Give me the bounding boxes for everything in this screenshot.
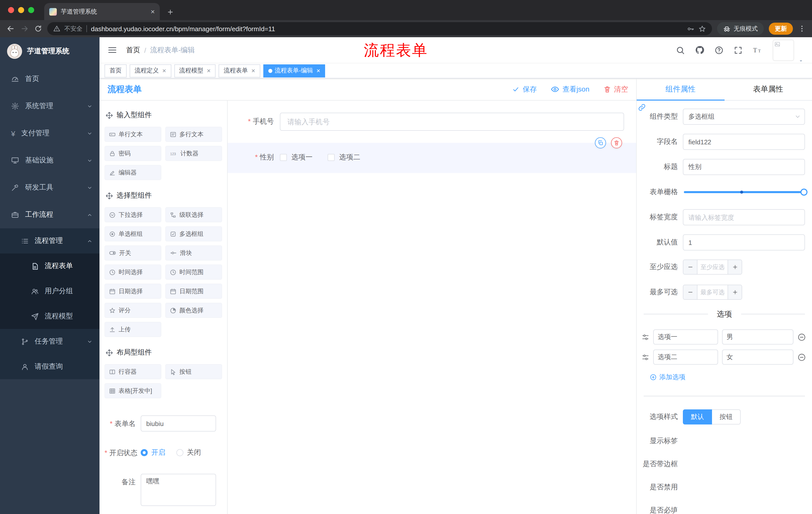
tag-home[interactable]: 首页 <box>105 64 127 77</box>
option-label-input[interactable] <box>653 329 718 345</box>
sidebar-item-payment-mgmt[interactable]: ¥ 支付管理 <box>0 120 99 147</box>
app-logo[interactable]: 芋道管理系统 <box>0 37 99 65</box>
palette-item-cascader[interactable]: 级联选择 <box>165 207 222 222</box>
checkbox-box[interactable] <box>328 154 335 161</box>
reload-icon[interactable] <box>34 25 42 33</box>
tag-close-icon[interactable]: × <box>251 67 255 74</box>
tag-close-icon[interactable]: × <box>317 67 320 74</box>
password-key-icon[interactable] <box>687 25 694 32</box>
sidebar-item-system-mgmt[interactable]: 系统管理 <box>0 92 99 120</box>
avatar[interactable] <box>773 39 794 61</box>
tune-drag-icon[interactable] <box>642 353 649 361</box>
breadcrumb-home[interactable]: 首页 <box>126 46 140 55</box>
window-minimize-button[interactable] <box>18 7 24 13</box>
canvas-field-phone[interactable]: 手机号 <box>228 113 636 131</box>
update-button[interactable]: 更新 <box>769 23 793 35</box>
label-width-input[interactable] <box>683 209 805 225</box>
palette-item-radio-group[interactable]: 单选框组 <box>105 226 161 241</box>
tag-process-form[interactable]: 流程表单× <box>219 64 260 77</box>
grid-slider[interactable] <box>684 191 804 193</box>
canvas-field-gender-selected[interactable]: 性别 选项一 选项二 <box>228 143 636 173</box>
component-type-select[interactable] <box>683 109 805 125</box>
option-style-default-button[interactable]: 默认 <box>683 409 712 425</box>
form-remark-input[interactable]: 嘿嘿 <box>141 474 216 506</box>
forward-icon[interactable] <box>20 24 29 33</box>
fullscreen-icon[interactable] <box>734 46 743 55</box>
sidebar-item-workflow[interactable]: 工作流程 <box>0 201 99 228</box>
palette-item-dropdown[interactable]: 下拉选择 <box>105 207 161 222</box>
checkbox-box[interactable] <box>280 154 287 161</box>
palette-item-rate[interactable]: 评分 <box>105 303 161 318</box>
avatar-caret-icon[interactable] <box>798 58 804 64</box>
gender-option-2[interactable]: 选项二 <box>328 153 360 162</box>
tag-close-icon[interactable]: × <box>162 67 166 74</box>
browser-tab[interactable]: 芋道管理系统 × <box>44 3 160 20</box>
min-select-value[interactable]: 至少应选 <box>697 260 728 274</box>
sidebar-item-process-mgmt[interactable]: 流程管理 <box>0 228 99 253</box>
hamburger-icon[interactable] <box>108 45 117 55</box>
default-value-input[interactable] <box>683 234 805 250</box>
chain-link-icon[interactable] <box>638 104 646 111</box>
option-label-input[interactable] <box>653 350 718 364</box>
clear-button[interactable]: 清空 <box>604 85 628 94</box>
palette-item-button[interactable]: 按钮 <box>165 364 222 379</box>
back-icon[interactable] <box>6 24 15 33</box>
palette-item-multiline-text[interactable]: 多行文本 <box>165 127 222 142</box>
bookmark-star-icon[interactable] <box>698 25 706 32</box>
address-bar[interactable]: 不安全 dashboard.yudao.iocoder.cn/bpm/manag… <box>47 22 712 35</box>
palette-item-table[interactable]: 表格[开发中] <box>105 383 161 398</box>
tag-process-model[interactable]: 流程模型× <box>174 64 215 77</box>
github-icon[interactable] <box>695 45 704 55</box>
palette-item-slider[interactable]: 滑块 <box>165 245 222 261</box>
status-radio-on[interactable]: 开启 <box>141 448 165 457</box>
palette-item-counter[interactable]: 计数器 <box>165 146 222 161</box>
option-value-input[interactable] <box>722 350 793 364</box>
sidebar-item-infrastructure[interactable]: 基础设施 <box>0 147 99 174</box>
sidebar-item-process-form[interactable]: 流程表单 <box>0 253 99 279</box>
form-name-input[interactable] <box>141 415 216 432</box>
sidebar-item-task-mgmt[interactable]: 任务管理 <box>0 329 99 354</box>
stepper-minus-button[interactable] <box>684 285 697 299</box>
window-zoom-button[interactable] <box>28 7 34 13</box>
palette-item-editor[interactable]: 编辑器 <box>105 165 161 180</box>
sidebar-item-dev-tools[interactable]: 研发工具 <box>0 174 99 201</box>
status-radio-off[interactable]: 关闭 <box>176 448 201 457</box>
phone-field-input[interactable] <box>280 113 624 131</box>
field-name-input[interactable] <box>683 134 805 150</box>
tab-component-props[interactable]: 组件属性 <box>637 78 724 100</box>
palette-item-switch[interactable]: 开关 <box>105 245 161 261</box>
palette-item-date-picker[interactable]: 日期选择 <box>105 283 161 299</box>
add-option-button[interactable]: 添加选项 <box>650 373 685 382</box>
help-icon[interactable] <box>715 46 724 55</box>
max-select-value[interactable]: 最多可选 <box>697 285 728 299</box>
option-value-input[interactable] <box>722 329 793 345</box>
tab-close-icon[interactable]: × <box>151 7 155 16</box>
sidebar-item-user-groups[interactable]: 用户分组 <box>0 279 99 304</box>
new-tab-button[interactable] <box>164 5 177 19</box>
palette-item-color-picker[interactable]: 颜色选择 <box>165 303 222 318</box>
remove-option-icon[interactable] <box>798 353 806 361</box>
palette-item-time-picker[interactable]: 时间选择 <box>105 265 161 280</box>
tag-process-form-edit[interactable]: 流程表单-编辑× <box>263 64 325 77</box>
search-icon[interactable] <box>676 46 685 55</box>
tune-drag-icon[interactable] <box>642 333 649 341</box>
stepper-plus-button[interactable] <box>728 285 742 299</box>
view-json-button[interactable]: 查看json <box>551 85 589 94</box>
palette-item-time-range[interactable]: 时间范围 <box>165 265 222 280</box>
palette-item-date-range[interactable]: 日期范围 <box>165 283 222 299</box>
palette-item-checkbox-group[interactable]: 多选框组 <box>165 226 222 241</box>
stepper-minus-button[interactable] <box>684 260 697 274</box>
title-input[interactable] <box>683 159 805 175</box>
remove-option-icon[interactable] <box>798 333 806 341</box>
font-size-icon[interactable] <box>753 45 763 55</box>
security-warning-icon[interactable] <box>53 25 60 32</box>
browser-menu-icon[interactable] <box>798 25 806 33</box>
sidebar-item-leave-query[interactable]: 请假查询 <box>0 354 99 379</box>
option-style-button-button[interactable]: 按钮 <box>712 409 741 425</box>
palette-item-password[interactable]: 密码 <box>105 146 161 161</box>
save-button[interactable]: 保存 <box>512 85 537 94</box>
sidebar-item-process-model[interactable]: 流程模型 <box>0 304 99 329</box>
palette-item-upload[interactable]: 上传 <box>105 322 161 337</box>
delete-component-button[interactable] <box>611 137 622 148</box>
form-canvas[interactable]: 手机号 性别 选项一 选项二 <box>228 101 636 514</box>
